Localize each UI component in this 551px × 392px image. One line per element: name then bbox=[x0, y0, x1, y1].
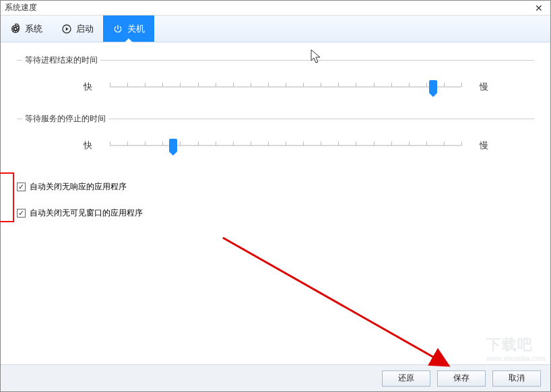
svg-point-0 bbox=[14, 28, 17, 30]
slider-tick bbox=[461, 83, 462, 87]
checkbox-close-no-window[interactable] bbox=[17, 209, 26, 218]
slider-tick bbox=[162, 83, 163, 87]
slider-tick bbox=[426, 83, 427, 87]
slider-tick bbox=[409, 83, 410, 87]
tab-system[interactable]: 系统 bbox=[1, 15, 52, 42]
slider-tick bbox=[426, 141, 427, 145]
slider-label-fast: 快 bbox=[77, 139, 98, 152]
svg-line-3 bbox=[223, 238, 449, 366]
slider-row: 快 慢 bbox=[17, 81, 534, 93]
settings-window: 系统速度 ✕ 系统 启动 关机 等待进程结束的时间 bbox=[0, 0, 551, 392]
restore-button[interactable]: 还原 bbox=[382, 370, 430, 387]
slider-tick bbox=[162, 141, 163, 145]
slider-tick bbox=[286, 141, 286, 145]
slider-tick bbox=[251, 141, 251, 145]
annotation-highlight-checkboxes bbox=[0, 172, 14, 222]
titlebar: 系统速度 ✕ bbox=[1, 1, 550, 15]
slider-tick bbox=[127, 141, 128, 145]
footer: 还原 保存 取消 bbox=[1, 364, 550, 391]
group-header: 等待服务的停止的时间 bbox=[17, 113, 534, 125]
slider-tick bbox=[145, 141, 145, 145]
slider-tick bbox=[321, 141, 321, 145]
checkbox-close-unresponsive[interactable] bbox=[17, 183, 26, 191]
slider-service-stop[interactable] bbox=[110, 140, 461, 151]
slider-label-slow: 慢 bbox=[474, 139, 494, 152]
tab-label: 启动 bbox=[76, 23, 94, 35]
slider-tick bbox=[233, 83, 234, 87]
slider-tick bbox=[391, 141, 392, 145]
cancel-button[interactable]: 取消 bbox=[492, 370, 541, 387]
content-area: 等待进程结束的时间 快 慢 等待服务的停止的时间 快 bbox=[1, 42, 550, 364]
slider-tick bbox=[338, 83, 339, 87]
slider-label-fast: 快 bbox=[77, 81, 98, 93]
group-service-stop: 等待服务的停止的时间 快 慢 bbox=[17, 113, 534, 152]
checkbox-row-no-window: 自动关闭无可见窗口的应用程序 bbox=[17, 207, 534, 219]
slider-tick bbox=[356, 141, 356, 145]
slider-tick bbox=[127, 83, 128, 87]
tab-label: 关机 bbox=[127, 23, 145, 35]
slider-tick bbox=[268, 83, 269, 87]
slider-tick bbox=[374, 141, 375, 145]
slider-row: 快 慢 bbox=[17, 139, 534, 152]
slider-tick bbox=[251, 83, 251, 87]
group-header: 等待进程结束的时间 bbox=[17, 55, 534, 66]
slider-tick bbox=[338, 141, 339, 145]
group-title: 等待服务的停止的时间 bbox=[22, 113, 108, 125]
tab-label: 系统 bbox=[25, 23, 42, 35]
slider-tick bbox=[198, 83, 199, 87]
slider-process-end[interactable] bbox=[110, 81, 461, 92]
tab-bar: 系统 启动 关机 bbox=[1, 15, 550, 42]
window-title: 系统速度 bbox=[5, 2, 531, 13]
slider-tick bbox=[356, 83, 356, 87]
slider-tick bbox=[198, 141, 199, 145]
annotation-arrow bbox=[209, 231, 479, 379]
divider bbox=[100, 60, 534, 61]
divider bbox=[108, 119, 534, 119]
slider-thumb[interactable] bbox=[169, 139, 177, 152]
slider-tick bbox=[180, 83, 181, 87]
group-process-end: 等待进程结束的时间 快 慢 bbox=[17, 55, 534, 93]
checkbox-label: 自动关闭无可见窗口的应用程序 bbox=[30, 207, 143, 219]
save-button[interactable]: 保存 bbox=[437, 370, 486, 387]
group-title: 等待进程结束的时间 bbox=[22, 55, 100, 66]
slider-tick bbox=[321, 83, 321, 87]
tab-shutdown[interactable]: 关机 bbox=[103, 15, 154, 42]
close-icon[interactable]: ✕ bbox=[531, 3, 546, 13]
slider-tick bbox=[216, 141, 216, 145]
slider-tick bbox=[233, 141, 234, 145]
play-icon bbox=[61, 24, 72, 34]
slider-tick bbox=[374, 83, 375, 87]
slider-tick bbox=[303, 141, 304, 145]
checkbox-row-unresponsive: 自动关闭无响应的应用程序 bbox=[17, 181, 534, 193]
slider-tick bbox=[286, 83, 286, 87]
divider bbox=[17, 60, 22, 61]
slider-tick bbox=[180, 141, 181, 145]
slider-label-slow: 慢 bbox=[474, 81, 494, 93]
slider-tick bbox=[444, 141, 445, 145]
power-icon bbox=[112, 24, 123, 34]
slider-tick bbox=[216, 83, 216, 87]
slider-tick bbox=[409, 141, 410, 145]
checkbox-label: 自动关闭无响应的应用程序 bbox=[30, 181, 127, 193]
tab-startup[interactable]: 启动 bbox=[52, 15, 103, 42]
slider-tick bbox=[303, 83, 304, 87]
slider-tick bbox=[110, 83, 110, 87]
gear-icon bbox=[10, 24, 21, 34]
slider-tick bbox=[145, 83, 145, 87]
divider bbox=[17, 119, 22, 119]
slider-tick bbox=[268, 141, 269, 145]
slider-tick bbox=[444, 83, 445, 87]
slider-tick bbox=[110, 141, 110, 145]
slider-tick bbox=[391, 83, 392, 87]
slider-tick bbox=[461, 141, 462, 145]
slider-thumb[interactable] bbox=[429, 80, 437, 94]
